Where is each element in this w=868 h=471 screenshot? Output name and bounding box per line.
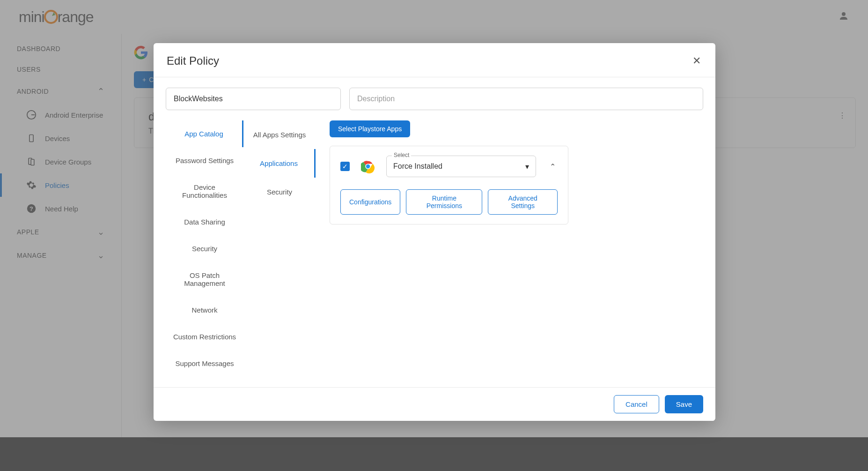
left-tab-os-patch[interactable]: OS Patch Management — [166, 262, 243, 297]
app-row: ✓ Select — [340, 156, 558, 177]
config-buttons: Configurations Runtime Permissions Advan… — [340, 189, 558, 215]
field-row — [166, 88, 703, 110]
select-value: Force Installed — [393, 162, 442, 171]
advanced-settings-button[interactable]: Advanced Settings — [488, 189, 558, 215]
sub-tab-all-apps[interactable]: All Apps Settings — [243, 120, 316, 149]
configurations-button[interactable]: Configurations — [340, 189, 400, 215]
left-tab-support-messages[interactable]: Support Messages — [166, 350, 243, 377]
save-button[interactable]: Save — [665, 395, 703, 413]
policy-name-input[interactable] — [166, 88, 341, 110]
left-tab-network[interactable]: Network — [166, 297, 243, 323]
left-tab-custom-restrictions[interactable]: Custom Restrictions — [166, 323, 243, 350]
tabs-layout: App Catalog Password Settings Device Fun… — [166, 120, 703, 377]
cancel-button[interactable]: Cancel — [614, 395, 659, 413]
app-checkbox[interactable]: ✓ — [340, 162, 350, 171]
left-tabs: App Catalog Password Settings Device Fun… — [166, 120, 243, 377]
svg-point-10 — [366, 164, 370, 169]
modal-header: Edit Policy ✕ — [154, 43, 715, 77]
left-tab-app-catalog[interactable]: App Catalog — [166, 120, 243, 147]
policy-description-input[interactable] — [349, 88, 703, 110]
sub-tab-applications[interactable]: Applications — [243, 149, 316, 178]
close-icon[interactable]: ✕ — [691, 55, 702, 67]
dropdown-icon: ▾ — [525, 162, 529, 171]
sub-tab-security[interactable]: Security — [243, 178, 316, 206]
select-wrap: Select Force Installed ▾ — [386, 156, 536, 177]
select-label: Select — [392, 152, 411, 158]
runtime-permissions-button[interactable]: Runtime Permissions — [406, 189, 482, 215]
edit-policy-modal: Edit Policy ✕ App Catalog Password Setti… — [154, 43, 715, 421]
left-tab-data-sharing[interactable]: Data Sharing — [166, 209, 243, 235]
collapse-toggle-icon[interactable]: ⌃ — [547, 161, 558, 172]
install-select[interactable]: Force Installed ▾ — [386, 156, 536, 177]
select-playstore-button[interactable]: Select Playstore Apps — [330, 120, 410, 137]
left-tab-password-settings[interactable]: Password Settings — [166, 147, 243, 174]
modal-title: Edit Policy — [167, 54, 219, 67]
app-card: ✓ Select — [330, 146, 568, 224]
chrome-icon — [361, 159, 375, 173]
left-tab-security[interactable]: Security — [166, 235, 243, 262]
modal-footer: Cancel Save — [154, 387, 715, 421]
left-tab-device-functionalities[interactable]: Device Functionalities — [166, 174, 243, 209]
content-pane: Select Playstore Apps ✓ — [316, 120, 703, 377]
modal-body: App Catalog Password Settings Device Fun… — [154, 77, 715, 387]
sub-tabs: All Apps Settings Applications Security — [243, 120, 316, 377]
